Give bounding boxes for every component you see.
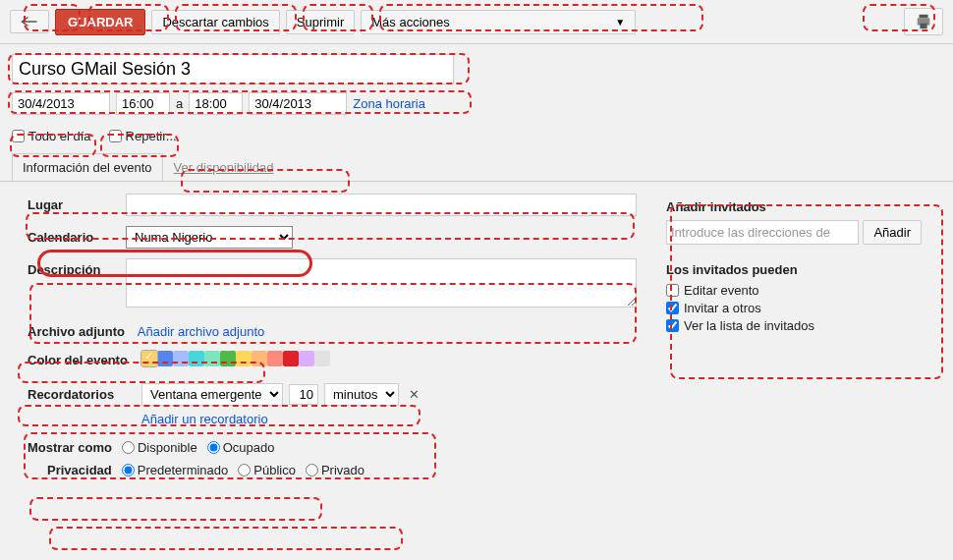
print-button[interactable] (904, 8, 943, 35)
color-swatch[interactable] (236, 351, 252, 366)
perm-see-list-checkbox[interactable]: Ver la lista de invitados (666, 318, 922, 333)
reminder-method-select[interactable]: Ventana emergente (141, 383, 283, 406)
add-attachment-link[interactable]: Añadir archivo adjunto (138, 324, 264, 339)
color-swatch[interactable] (283, 351, 299, 366)
start-date-input[interactable] (12, 92, 110, 115)
tab-availability[interactable]: Ver disponibilidad (163, 153, 285, 181)
color-swatch[interactable] (157, 351, 173, 366)
annotation-overlay (29, 497, 322, 521)
description-label: Descripción (28, 258, 126, 277)
discard-button[interactable]: Descartar cambios (151, 10, 279, 34)
guest-permissions-title: Los invitados pueden (666, 262, 922, 277)
color-swatch[interactable] (267, 351, 283, 366)
repeat-checkbox[interactable]: Repetir... (109, 129, 177, 143)
add-guest-button[interactable]: Añadir (863, 220, 922, 245)
show-as-available-radio[interactable]: Disponible (122, 440, 197, 455)
back-button[interactable] (10, 10, 49, 33)
back-arrow-icon (21, 15, 38, 28)
svg-rect-0 (920, 15, 928, 19)
color-swatch[interactable] (252, 351, 267, 366)
more-actions-dropdown[interactable]: Más acciones ▼ (361, 10, 636, 34)
calendar-label: Calendario (28, 226, 126, 245)
color-swatch[interactable] (299, 351, 314, 366)
privacy-default-radio[interactable]: Predeterminado (122, 463, 229, 477)
color-swatch[interactable] (189, 351, 204, 366)
privacy-public-radio[interactable]: Público (238, 463, 296, 477)
color-swatch[interactable] (220, 351, 236, 366)
perm-edit-checkbox[interactable]: Editar evento (666, 283, 922, 298)
description-textarea[interactable] (126, 258, 637, 308)
reminder-amount-input[interactable] (289, 384, 318, 405)
chevron-down-icon: ▼ (615, 17, 625, 28)
delete-button[interactable]: Suprimir (286, 10, 355, 34)
timezone-link[interactable]: Zona horaria (353, 96, 425, 111)
show-as-busy-radio[interactable]: Ocupado (207, 440, 275, 455)
end-time-input[interactable] (189, 92, 243, 115)
start-time-input[interactable] (116, 92, 170, 115)
more-actions-label: Más acciones (371, 15, 449, 29)
place-label: Lugar (28, 194, 126, 212)
reminder-unit-select[interactable]: minutos (324, 383, 399, 406)
svg-rect-2 (920, 24, 926, 28)
show-as-label: Mostrar como (28, 440, 112, 455)
perm-invite-checkbox[interactable]: Invitar a otros (666, 301, 922, 315)
privacy-private-radio[interactable]: Privado (306, 463, 364, 477)
to-label: a (176, 96, 183, 111)
guests-title: Añadir invitados (666, 199, 922, 214)
save-button[interactable]: GUARDAR (55, 9, 145, 35)
color-row: Color del evento (28, 351, 637, 369)
annotation-overlay (49, 527, 403, 550)
tab-event-info[interactable]: Información del evento (12, 153, 163, 181)
privacy-label: Privacidad (47, 463, 112, 477)
printer-icon (915, 13, 932, 30)
add-reminder-link[interactable]: Añadir un recordatorio (141, 412, 268, 426)
all-day-checkbox[interactable]: Todo el día (12, 129, 91, 143)
end-date-input[interactable] (249, 92, 347, 115)
color-swatch[interactable] (141, 351, 157, 366)
color-label: Color del evento (28, 353, 128, 367)
color-swatch[interactable] (204, 351, 220, 366)
color-swatch[interactable] (314, 351, 330, 366)
reminders-label: Recordatorios (28, 387, 126, 402)
place-input[interactable] (126, 194, 637, 216)
toolbar: GUARDAR Descartar cambios Suprimir Más a… (0, 0, 953, 44)
remove-reminder-icon[interactable]: ✕ (405, 387, 423, 402)
attachment-label: Archivo adjunto (28, 324, 125, 339)
color-swatch[interactable] (173, 351, 189, 366)
calendar-select[interactable]: Numa Nigerio (126, 226, 293, 249)
guest-email-input[interactable] (666, 220, 859, 245)
date-time-row: a Zona horaria (0, 88, 953, 119)
event-title-input[interactable] (12, 54, 454, 84)
